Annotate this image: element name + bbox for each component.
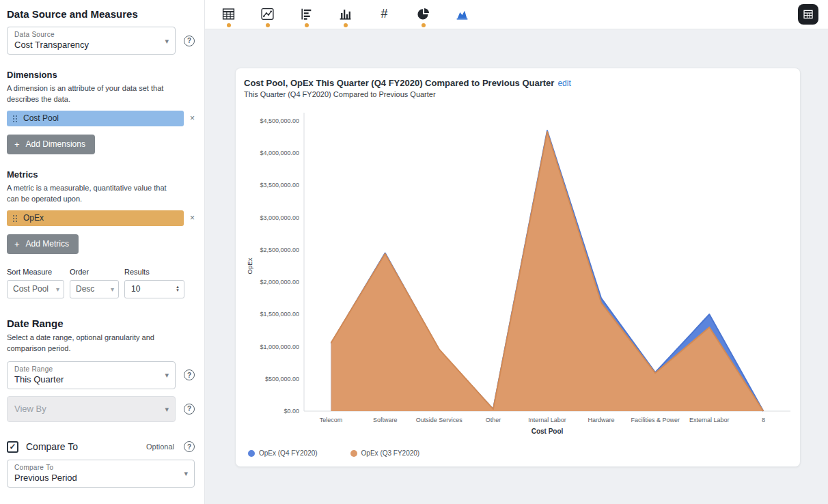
check-icon: ✓ [9,442,16,451]
chart-toolbar: # [205,0,828,29]
add-dimensions-label: Add Dimensions [26,139,85,149]
modified-indicator-dot [460,23,465,27]
svg-text:$4,500,000.00: $4,500,000.00 [260,117,299,124]
chart-legend: OpEx (Q4 FY2020)OpEx (Q3 FY2020) [244,449,792,457]
sort-measure-label: Sort Measure [7,268,64,276]
dimensions-heading: Dimensions [7,70,195,80]
legend-item[interactable]: OpEx (Q4 FY2020) [248,449,318,457]
svg-text:Hardware: Hardware [588,417,615,423]
config-sidebar: Data Source and Measures Data Source Cos… [0,0,205,504]
svg-text:$4,000,000.00: $4,000,000.00 [260,150,299,156]
table-icon [803,9,814,20]
date-range-select[interactable]: Date Range This Quarter ▾ [7,361,176,389]
modified-indicator-dot [383,23,387,27]
pie-chart-icon [416,7,430,21]
view-by-help-icon[interactable]: ? [184,404,195,415]
date-range-heading: Date Range [7,318,195,329]
compare-to-help-icon[interactable]: ? [184,441,195,452]
data-source-label: Data Source [14,31,157,38]
remove-dimension-icon[interactable]: × [190,114,195,122]
metrics-heading: Metrics [7,169,195,180]
bar-view-button[interactable] [287,2,326,27]
view-by-select: View By ▾ [7,396,176,422]
opex-area-chart: $0.00$500,000.00$1,000,000.00$1,500,000.… [244,104,793,445]
compare-to-checkbox[interactable]: ✓ [7,441,18,453]
edit-title-link[interactable]: edit [557,79,570,88]
svg-text:$2,000,000.00: $2,000,000.00 [260,279,299,285]
drag-handle-icon[interactable] [12,114,18,122]
table-view-button[interactable] [209,2,248,27]
chart-title: Cost Pool, OpEx This Quarter (Q4 FY2020)… [244,78,554,88]
sidebar-title: Data Source and Measures [7,8,195,20]
svg-text:Other: Other [486,417,501,423]
results-input[interactable]: 10 ▲ ▼ [124,280,184,298]
modified-indicator-dot [422,23,426,27]
order-select[interactable]: Desc ▾ [70,280,119,298]
data-table-toggle-button[interactable] [798,4,818,25]
metric-chip-opex[interactable]: OpEx [7,210,184,226]
line-chart-icon [260,7,275,21]
chart-type-switcher: # [209,2,482,27]
legend-dot [350,450,357,457]
svg-text:External Labor: External Labor [689,417,730,423]
data-source-select[interactable]: Data Source Cost Transparency ▾ [7,27,176,55]
svg-text:Telecom: Telecom [320,417,343,423]
date-range-description: Select a date range, optional granularit… [7,333,180,354]
svg-text:Facilities & Power: Facilities & Power [631,417,680,423]
number-view-button[interactable]: # [365,2,404,27]
svg-text:#: # [381,7,388,20]
compare-to-select-value: Previous Period [14,473,176,483]
order-label: Order [70,268,119,276]
column-chart-icon [338,7,353,21]
area-chart-icon [455,7,469,21]
drag-handle-icon[interactable] [12,214,18,222]
svg-text:$0.00: $0.00 [284,408,299,415]
legend-label: OpEx (Q4 FY2020) [259,449,318,457]
add-dimensions-button[interactable]: + Add Dimensions [7,135,95,154]
metrics-description: A metric is a measurable, quantitative v… [7,183,180,205]
modified-indicator-dot [266,23,270,27]
stepper-icon[interactable]: ▲ ▼ [176,285,180,292]
svg-text:Outside Services: Outside Services [416,417,463,423]
svg-text:Software: Software [373,417,398,423]
date-range-help-icon[interactable]: ? [184,369,195,380]
compare-to-select-label: Compare To [14,464,176,471]
pie-view-button[interactable] [404,2,443,27]
compare-to-label: Compare To [26,441,139,452]
stepper-down-icon[interactable]: ▼ [176,289,180,292]
chart-title-row: Cost Pool, OpEx This Quarter (Q4 FY2020)… [244,78,792,88]
chart-canvas: Cost Pool, OpEx This Quarter (Q4 FY2020)… [205,29,828,504]
svg-text:OpEx: OpEx [246,257,253,274]
data-source-value: Cost Transparency [14,40,157,50]
modified-indicator-dot [305,23,309,27]
sort-measure-select[interactable]: Cost Pool ▾ [7,280,64,298]
area-view-button[interactable] [443,2,482,27]
number-chart-icon: # [377,7,391,21]
svg-text:$500,000.00: $500,000.00 [265,376,299,382]
remove-metric-icon[interactable]: × [190,214,195,222]
table-chart-icon [221,7,236,21]
legend-item[interactable]: OpEx (Q3 FY2020) [350,449,420,457]
column-view-button[interactable] [326,2,365,27]
chart-subtitle: This Quarter (Q4 FY2020) Compared to Pre… [244,90,792,98]
optional-label: Optional [146,443,174,451]
data-source-help-icon[interactable]: ? [184,36,195,46]
add-metrics-button[interactable]: + Add Metrics [7,234,79,254]
dimensions-description: A dimension is an attribute of your data… [7,83,180,105]
date-range-label: Date Range [14,365,157,373]
chevron-down-icon: ▾ [165,36,169,45]
svg-text:$2,500,000.00: $2,500,000.00 [260,247,299,253]
compare-to-select[interactable]: Compare To Previous Period ▾ [7,460,195,488]
modified-indicator-dot [344,23,348,27]
modified-indicator-dot [227,23,231,27]
main-panel: # Cost Pool, OpEx This Quarter (Q4 FY202… [205,0,828,504]
plus-icon: + [14,139,20,150]
svg-text:Cost Pool: Cost Pool [532,428,564,435]
dimension-chip-cost-pool[interactable]: Cost Pool [7,111,184,126]
chevron-down-icon: ▾ [56,285,59,293]
results-label: Results [124,268,184,276]
svg-text:$3,500,000.00: $3,500,000.00 [260,182,299,188]
line-view-button[interactable] [248,2,287,27]
svg-text:$3,000,000.00: $3,000,000.00 [260,214,299,221]
chevron-down-icon: ▾ [184,469,188,478]
